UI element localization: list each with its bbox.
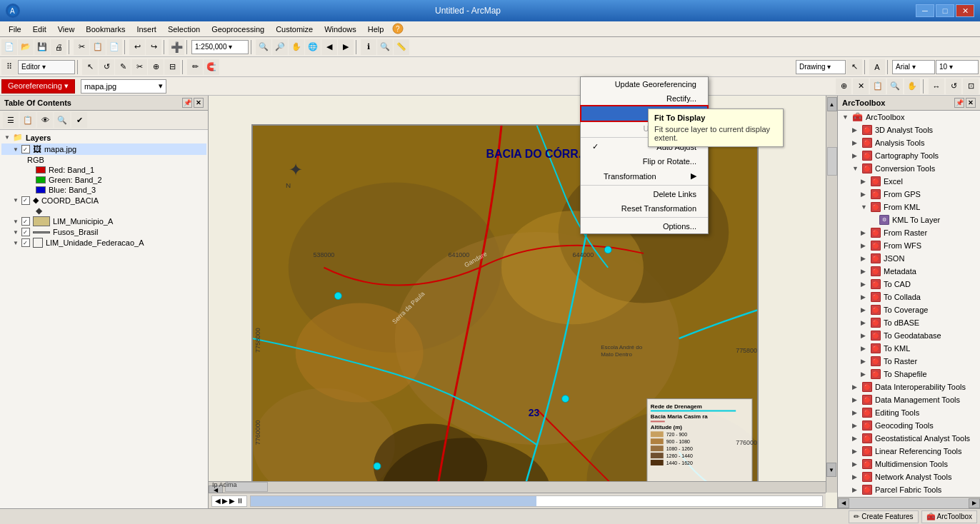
layer-lim-unidade[interactable]: ▼ LIM_Unidade_Federacao_A	[1, 237, 206, 248]
toc-list-view[interactable]: ☰	[3, 112, 19, 128]
back-extent-button[interactable]: ◀	[321, 39, 337, 55]
identify-button[interactable]: ℹ	[361, 39, 376, 55]
drawing-dropdown[interactable]: Drawing ▾	[796, 60, 846, 74]
zoom-out-button[interactable]: 🔎	[272, 39, 288, 55]
scale-btn[interactable]: ⊡	[963, 79, 979, 94]
close-button[interactable]: ✕	[956, 4, 974, 17]
nav-right[interactable]: ▶	[222, 497, 228, 505]
unidade-checkbox[interactable]	[21, 238, 30, 247]
sketch-button[interactable]: ✏	[187, 59, 203, 75]
atb-to-collada[interactable]: ▶ 🔴 To Collada	[838, 291, 980, 303]
nav-play[interactable]: ▶	[229, 497, 235, 505]
text-tool[interactable]: A	[869, 59, 885, 75]
atb-analysis[interactable]: ▶ 🔴 Analysis Tools	[838, 136, 980, 149]
menu-geoprocessing[interactable]: Geoprocessing	[206, 21, 270, 36]
atb-interop[interactable]: ▶ 🔴 Data Interoperability Tools	[838, 381, 980, 393]
atb-close-button[interactable]: ✕	[966, 98, 976, 108]
full-extent-button[interactable]: 🌐	[305, 39, 321, 55]
font-size-dropdown[interactable]: 10 ▾	[936, 60, 979, 74]
create-features-button[interactable]: ✏ Create Features	[849, 510, 918, 523]
fusos-expand[interactable]: ▼	[13, 229, 19, 236]
rotate-btn2[interactable]: ↺	[946, 79, 961, 94]
atb-cartography[interactable]: ▶ 🔴 Cartography Tools	[838, 149, 980, 162]
atb-from-raster[interactable]: ▶ 🔴 From Raster	[838, 226, 980, 239]
menu-options[interactable]: Options...	[581, 219, 708, 233]
atb-root[interactable]: ▼ 🧰 ArcToolbox	[838, 111, 980, 124]
cut-button[interactable]: ✂	[74, 39, 89, 55]
split-tool[interactable]: ✂	[131, 59, 147, 75]
atb-from-gps[interactable]: ▶ 🔴 From GPS	[838, 188, 980, 201]
trim-tool[interactable]: ⊟	[164, 59, 180, 75]
coord-expand[interactable]: ▼	[13, 197, 19, 203]
rotate-tool[interactable]: ↺	[99, 59, 114, 75]
atb-to-kml[interactable]: ▶ 🔴 To KML	[838, 342, 980, 355]
layer-mapa-jpg[interactable]: ▼ 🖼 mapa.jpg	[1, 143, 206, 155]
atb-to-shapefile[interactable]: ▶ 🔴 To Shapefile	[838, 368, 980, 381]
atb-hscrollbar[interactable]: ◀ ▶	[838, 497, 980, 508]
atb-pin-button[interactable]: 📌	[954, 98, 964, 108]
add-data-button[interactable]: ➕	[169, 39, 184, 55]
add-control-btn[interactable]: ⊕	[836, 79, 851, 94]
atb-json[interactable]: ▶ 🔴 JSON	[838, 252, 980, 265]
atb-editing[interactable]: ▶ 🔴 Editing Tools	[838, 406, 980, 419]
menu-rectify[interactable]: Rectify...	[581, 91, 708, 106]
menu-flip-rotate[interactable]: Flip or Rotate...	[581, 154, 708, 168]
redo-button[interactable]: ↪	[146, 39, 161, 55]
zoom-map-btn[interactable]: 🔍	[887, 79, 903, 94]
vscroll-thumb[interactable]	[827, 147, 837, 176]
reshape-tool[interactable]: ✎	[115, 59, 131, 75]
measure-button[interactable]: 📏	[394, 39, 409, 55]
menu-update-georef[interactable]: Update Georeferencing	[581, 77, 708, 91]
atb-kml-to-layer[interactable]: ⚙ KML To Layer	[838, 213, 980, 226]
atb-to-dbase[interactable]: ▶ 🔴 To dBASE	[838, 316, 980, 329]
municipio-checkbox[interactable]	[21, 217, 30, 226]
nav-left[interactable]: ◀	[215, 497, 221, 505]
toc-visibility-view[interactable]: 👁	[37, 112, 53, 128]
atb-geocoding[interactable]: ▶ 🔴 Geocoding Tools	[838, 419, 980, 432]
undo-button[interactable]: ↩	[129, 39, 145, 55]
save-button[interactable]: 💾	[34, 39, 50, 55]
restore-button[interactable]: □	[936, 4, 954, 17]
atb-scroll-left[interactable]: ◀	[838, 498, 849, 508]
help-icon[interactable]: ?	[392, 23, 404, 36]
atb-network[interactable]: ▶ 🔴 Network Analyst Tools	[838, 470, 980, 483]
atb-to-cad[interactable]: ▶ 🔴 To CAD	[838, 278, 980, 291]
mapa-checkbox[interactable]	[21, 145, 30, 153]
move-btn[interactable]: ↔	[929, 79, 944, 94]
snap-button[interactable]: 🧲	[204, 59, 219, 75]
menu-customize[interactable]: Customize	[270, 21, 319, 36]
menu-windows[interactable]: Windows	[319, 21, 362, 36]
delete-control-btn[interactable]: ✕	[853, 79, 869, 94]
toc-close-button[interactable]: ✕	[194, 98, 204, 108]
print-button[interactable]: 🖨	[51, 39, 66, 55]
vscroll-up[interactable]: ▲	[827, 97, 837, 111]
menu-transformation[interactable]: Transformation ▶	[581, 168, 708, 183]
atb-3d-analyst[interactable]: ▶ 🔴 3D Analyst Tools	[838, 124, 980, 136]
select-graphics[interactable]: ↖	[846, 59, 862, 75]
file-dropdown[interactable]: mapa.jpg ▾	[81, 79, 166, 94]
menu-view[interactable]: View	[52, 21, 81, 36]
atb-excel[interactable]: ▶ 🔴 Excel	[838, 175, 980, 188]
toc-source-view[interactable]: 📋	[20, 112, 36, 128]
menu-delete-links[interactable]: Delete Links	[581, 187, 708, 201]
atb-scroll-track[interactable]	[849, 498, 969, 508]
minimize-button[interactable]: ─	[916, 4, 934, 17]
layers-expand[interactable]: ▼	[4, 134, 10, 141]
atb-parcel[interactable]: ▶ 🔴 Parcel Fabric Tools	[838, 483, 980, 496]
menu-help[interactable]: Help	[362, 21, 390, 36]
atb-datamgmt[interactable]: ▶ 🔴 Data Management Tools	[838, 393, 980, 406]
edit-tool[interactable]: ↖	[82, 59, 98, 75]
layers-group[interactable]: ▼ 📁 Layers	[1, 131, 206, 143]
vscroll-down[interactable]: ▼	[826, 463, 836, 477]
layer-fusos[interactable]: ▼ Fusos_Brasil	[1, 227, 206, 237]
atb-multidim[interactable]: ▶ 🔴 Multidimension Tools	[838, 458, 980, 470]
nav-pause[interactable]: ⏸	[236, 497, 244, 505]
toc-selection-view[interactable]: ✔	[71, 112, 87, 128]
atb-geostat[interactable]: ▶ 🔴 Geostatistical Analyst Tools	[838, 432, 980, 445]
atb-to-geodatabase[interactable]: ▶ 🔴 To Geodatabase	[838, 329, 980, 342]
forward-extent-button[interactable]: ▶	[338, 39, 354, 55]
toc-pin-button[interactable]: 📌	[182, 98, 192, 108]
menu-file[interactable]: File	[3, 21, 27, 36]
toc-search-view[interactable]: 🔍	[54, 112, 70, 128]
new-button[interactable]: 📄	[1, 39, 17, 55]
